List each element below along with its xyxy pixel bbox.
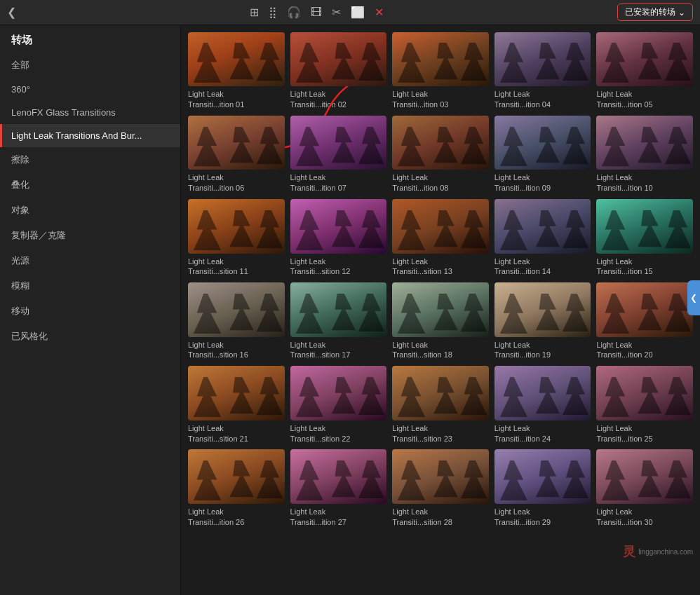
grid-item-21[interactable]: Light LeakTransiti...sition 21 [188,366,285,444]
headphone-icon[interactable]: 🎧 [287,6,301,19]
grid-item-19[interactable]: Light LeakTransiti...ition 19 [494,282,591,360]
grid-item-29[interactable]: Light LeakTransiti...ition 29 [494,449,591,527]
grid-item-22[interactable]: Light LeakTransiti...sition 22 [290,366,387,444]
thumb-label-28: Light LeakTransiti...sition 28 [392,507,489,528]
thumb-label-8: Light LeakTransiti...ition 08 [392,172,489,193]
toolbar-icons: ⊞ ⣿ 🎧 🎞 ✂ ⬜ ✕ [250,6,384,19]
waveform-icon[interactable]: ⣿ [269,6,277,19]
thumb-label-20: Light LeakTransiti...ition 20 [596,340,693,361]
transitions-grid: Light LeakTransiti...ition 01Light LeakT… [188,32,693,527]
thumb-label-29: Light LeakTransiti...ition 29 [494,507,591,528]
grid-item-11[interactable]: Light LeakTransiti...sition 11 [188,199,285,277]
grid-item-26[interactable]: Light LeakTransiti...ition 26 [188,449,285,527]
grid-item-20[interactable]: Light LeakTransiti...ition 20 [596,282,693,360]
sidebar-item-360[interactable]: 360° [0,78,180,101]
thumb-label-26: Light LeakTransiti...ition 26 [188,507,285,528]
thumb-label-1: Light LeakTransiti...ition 01 [188,89,285,110]
thumb-label-10: Light LeakTransiti...ition 10 [596,172,693,193]
sidebar-items: 全部360°LenoFX Glass TransitionsLight Leak… [0,53,180,349]
layout-icon[interactable]: ⊞ [250,6,259,19]
sidebar: 转场 全部360°LenoFX Glass TransitionsLight L… [0,25,181,595]
grid-item-25[interactable]: Light LeakTransiti...ition 25 [596,366,693,444]
sidebar-item-lightleak[interactable]: Light Leak Transitions And Bur... [0,124,180,147]
chevron-left-icon: ❮ [690,293,697,303]
grid-item-14[interactable]: Light LeakTransiti...ition 14 [494,199,591,277]
installed-label: 已安装的转场 [625,6,675,18]
thumb-label-17: Light LeakTransiti...sition 17 [290,340,387,361]
grid-item-8[interactable]: Light LeakTransiti...ition 08 [392,116,489,193]
sidebar-item-dissolve[interactable]: 叠化 [0,172,180,198]
thumb-label-27: Light LeakTransiti...ition 27 [290,507,387,528]
thumb-label-21: Light LeakTransiti...sition 21 [188,423,285,444]
thumb-label-5: Light LeakTransiti...ition 05 [596,89,693,110]
grid-item-10[interactable]: Light LeakTransiti...ition 10 [596,116,693,193]
grid-item-4[interactable]: Light LeakTransiti...ition 04 [494,32,591,110]
sidebar-item-stylize[interactable]: 已风格化 [0,324,180,349]
installed-transitions-button[interactable]: 已安装的转场 ⌄ [617,4,693,21]
close-x-icon[interactable]: ✕ [375,6,384,19]
thumb-label-23: Light LeakTransiti...sition 23 [392,423,489,444]
grid-item-18[interactable]: Light LeakTransiti...sition 18 [392,282,489,360]
thumb-label-15: Light LeakTransiti...ition 15 [596,257,693,278]
sidebar-item-clone[interactable]: 复制器／克隆 [0,223,180,248]
thumb-label-9: Light LeakTransiti...ition 09 [494,172,591,193]
watermark-logo: 灵 [623,543,635,560]
thumb-label-12: Light LeakTransiti...sition 12 [290,257,387,278]
grid-item-6[interactable]: Light LeakTransiti...ition 06 [188,116,285,193]
thumb-label-7: Light LeakTransiti...ition 07 [290,172,387,193]
window-icon[interactable]: ⬜ [351,6,365,19]
thumb-label-24: Light LeakTransiti...ition 24 [494,423,591,444]
grid-item-3[interactable]: Light LeakTransiti...ition 03 [392,32,489,110]
sidebar-item-light[interactable]: 光源 [0,248,180,273]
chevron-down-icon: ⌄ [678,8,685,18]
sidebar-item-all[interactable]: 全部 [0,53,180,78]
cut-icon[interactable]: ✂ [332,6,341,19]
sidebar-item-wipe[interactable]: 擦除 [0,147,180,172]
grid-item-7[interactable]: Light LeakTransiti...ition 07 [290,116,387,193]
main-layout: 转场 全部360°LenoFX Glass TransitionsLight L… [0,25,700,595]
thumb-label-19: Light LeakTransiti...ition 19 [494,340,591,361]
thumb-label-16: Light LeakTransiti...sition 16 [188,340,285,361]
sidebar-title: 转场 [0,25,180,53]
thumb-label-25: Light LeakTransiti...ition 25 [596,423,693,444]
grid-item-23[interactable]: Light LeakTransiti...sition 23 [392,366,489,444]
grid-item-1[interactable]: Light LeakTransiti...ition 01 [188,32,285,110]
film-icon[interactable]: 🎞 [311,6,322,19]
grid-item-27[interactable]: Light LeakTransiti...ition 27 [290,449,387,527]
grid-item-9[interactable]: Light LeakTransiti...ition 09 [494,116,591,193]
thumb-label-30: Light LeakTransiti...ition 30 [596,507,693,528]
grid-item-5[interactable]: Light LeakTransiti...ition 05 [596,32,693,110]
grid-item-13[interactable]: Light LeakTransiti...sition 13 [392,199,489,277]
grid-item-30[interactable]: Light LeakTransiti...ition 30 [596,449,693,527]
grid-item-24[interactable]: Light LeakTransiti...ition 24 [494,366,591,444]
watermark: 灵 lingganchina.com [623,543,693,560]
thumb-label-18: Light LeakTransiti...sition 18 [392,340,489,361]
watermark-site: lingganchina.com [638,548,693,556]
thumb-label-3: Light LeakTransiti...ition 03 [392,89,489,110]
thumb-label-6: Light LeakTransiti...ition 06 [188,172,285,193]
grid-item-12[interactable]: Light LeakTransiti...sition 12 [290,199,387,277]
grid-item-16[interactable]: Light LeakTransiti...sition 16 [188,282,285,360]
sidebar-item-move[interactable]: 移动 [0,299,180,324]
sidebar-item-blur[interactable]: 模糊 [0,273,180,299]
thumb-label-13: Light LeakTransiti...sition 13 [392,257,489,278]
thumb-label-11: Light LeakTransiti...sition 11 [188,257,285,278]
thumb-label-22: Light LeakTransiti...sition 22 [290,423,387,444]
thumb-label-4: Light LeakTransiti...ition 04 [494,89,591,110]
main-content: Light LeakTransiti...ition 01Light LeakT… [181,25,700,595]
sidebar-item-object[interactable]: 对象 [0,198,180,223]
grid-item-28[interactable]: Light LeakTransiti...sition 28 [392,449,489,527]
chevron-left-icon[interactable]: ❮ [7,6,16,19]
top-bar: ❮ ⊞ ⣿ 🎧 🎞 ✂ ⬜ ✕ 已安装的转场 ⌄ [0,0,700,25]
top-bar-left: ❮ [7,6,16,19]
sidebar-item-lenofx[interactable]: LenoFX Glass Transitions [0,101,180,124]
grid-item-17[interactable]: Light LeakTransiti...sition 17 [290,282,387,360]
right-panel-handle[interactable]: ❮ [687,280,700,315]
thumb-label-14: Light LeakTransiti...ition 14 [494,257,591,278]
grid-item-15[interactable]: Light LeakTransiti...ition 15 [596,199,693,277]
